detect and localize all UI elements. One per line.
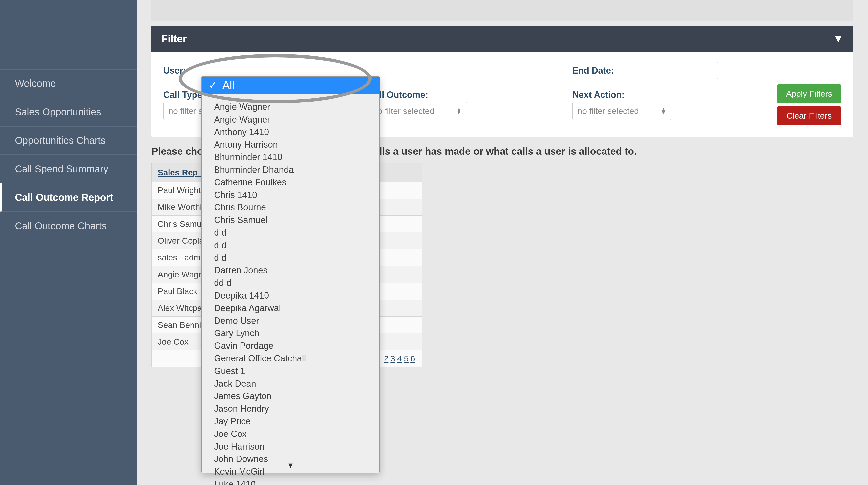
page-2[interactable]: 2 — [384, 354, 389, 363]
user-option[interactable]: Luke 1410 — [214, 478, 367, 485]
user-dropdown-selected[interactable]: ✓ All — [202, 77, 380, 94]
sidebar-item-call-outcome-report[interactable]: Call Outcome Report — [0, 183, 136, 212]
next-action-select[interactable]: no filter selected ▲▼ — [572, 102, 671, 120]
page-5[interactable]: 5 — [404, 354, 408, 363]
user-option[interactable]: dd d — [214, 277, 367, 290]
user-option[interactable]: Catherine Foulkes — [214, 176, 367, 189]
user-option[interactable]: Darren Jones — [214, 264, 367, 277]
user-dropdown[interactable]: ✓ All Angie WagnerAngie WagnerAnthony 14… — [202, 76, 379, 473]
user-dropdown-selected-label: All — [222, 79, 235, 91]
call-outcome-select[interactable]: no filter selected ▲▼ — [368, 102, 467, 120]
page-6[interactable]: 6 — [410, 354, 415, 363]
user-option[interactable]: Jack Dean — [214, 377, 367, 390]
user-dropdown-list[interactable]: Angie WagnerAngie WagnerAnthony 1410Anto… — [202, 94, 379, 460]
user-option[interactable]: Bhurminder Dhanda — [214, 164, 367, 176]
sidebar-item-call-outcome-charts[interactable]: Call Outcome Charts — [0, 212, 136, 240]
user-option[interactable]: Joe Cox — [214, 428, 367, 441]
next-action-value: no filter selected — [578, 106, 639, 116]
user-option[interactable]: Chris 1410 — [214, 189, 367, 202]
user-option[interactable]: Angie Wagner — [214, 101, 367, 113]
sidebar-item-opportunities-charts[interactable]: Opportunities Charts — [0, 126, 136, 155]
apply-filters-button[interactable]: Apply Filters — [777, 84, 841, 103]
user-option[interactable]: Guest 1 — [214, 365, 367, 377]
sidebar: WelcomeSales OpportunitiesOpportunities … — [0, 0, 136, 485]
user-option[interactable]: Angie Wagner — [214, 113, 367, 126]
user-option[interactable]: Joe Harrison — [214, 441, 367, 453]
user-option[interactable]: Gary Lynch — [214, 327, 367, 340]
user-option[interactable]: Chris Bourne — [214, 201, 367, 214]
user-option[interactable]: Demo User — [214, 315, 367, 327]
clear-filters-button[interactable]: Clear Filters — [777, 107, 841, 125]
user-label: User: — [163, 65, 186, 76]
user-option[interactable]: Chris Samuel — [214, 214, 367, 226]
sidebar-item-welcome[interactable]: Welcome — [0, 69, 136, 98]
user-option[interactable]: General Office Catchall — [214, 352, 367, 365]
page-3[interactable]: 3 — [391, 354, 395, 363]
topbar — [151, 0, 853, 21]
user-option[interactable]: Bhurminder 1410 — [214, 151, 367, 164]
call-outcome-value: no filter selected — [373, 106, 434, 116]
user-option[interactable]: Jason Hendry — [214, 402, 367, 415]
end-date-label: End Date: — [572, 65, 614, 76]
end-date-input[interactable] — [619, 62, 718, 80]
user-option[interactable]: d d — [214, 252, 367, 265]
user-option[interactable]: d d — [214, 239, 367, 252]
sidebar-item-sales-opportunities[interactable]: Sales Opportunities — [0, 98, 136, 126]
filter-header[interactable]: Filter ▼ — [151, 26, 853, 52]
updown-icon: ▲▼ — [456, 108, 462, 114]
user-option[interactable]: Deepika 1410 — [214, 290, 367, 302]
app-root: WelcomeSales OpportunitiesOpportunities … — [0, 0, 868, 485]
user-option[interactable]: d d — [214, 226, 367, 239]
user-option[interactable]: Deepika Agarwal — [214, 302, 367, 315]
call-outcome-label: Call Outcome: — [368, 90, 561, 100]
user-option[interactable]: James Gayton — [214, 390, 367, 402]
page-4[interactable]: 4 — [397, 354, 402, 363]
user-option[interactable]: Gavin Pordage — [214, 340, 367, 352]
next-action-label: Next Action: — [572, 90, 765, 100]
check-icon: ✓ — [209, 80, 217, 91]
updown-icon: ▲▼ — [661, 108, 666, 114]
filter-title: Filter — [161, 33, 187, 45]
user-option[interactable]: Anthony 1410 — [214, 126, 367, 139]
sidebar-item-call-spend-summary[interactable]: Call Spend Summary — [0, 155, 136, 183]
user-option[interactable]: Jay Price — [214, 415, 367, 428]
collapse-icon: ▼ — [833, 33, 843, 45]
user-option[interactable]: Antony Harrison — [214, 139, 367, 151]
